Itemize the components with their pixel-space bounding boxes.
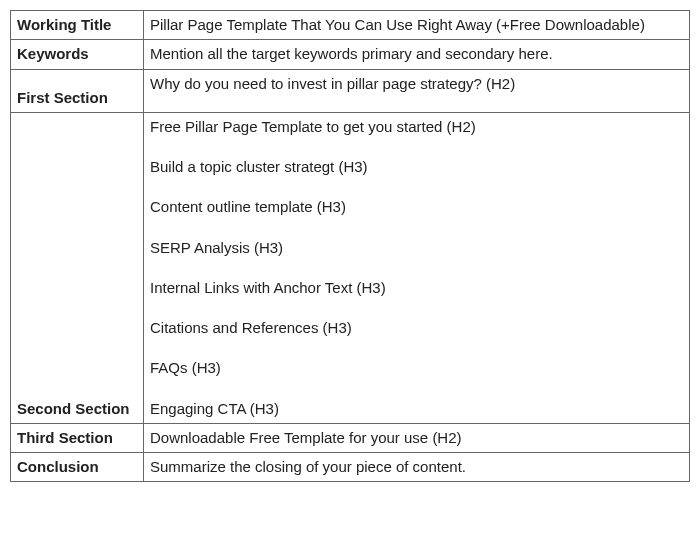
row-content: Mention all the target keywords primary …: [144, 40, 690, 69]
table-row: First Section Why do you need to invest …: [11, 69, 690, 112]
row-label: First Section: [11, 69, 144, 112]
row-content: Why do you need to invest in pillar page…: [144, 69, 690, 112]
row-label: Working Title: [11, 11, 144, 40]
row-content: Free Pillar Page Template to get you sta…: [144, 112, 690, 423]
table-row: Keywords Mention all the target keywords…: [11, 40, 690, 69]
table-row: Second Section Free Pillar Page Template…: [11, 112, 690, 423]
content-line: FAQs (H3): [150, 358, 683, 378]
content-line: Citations and References (H3): [150, 318, 683, 338]
table-row: Working Title Pillar Page Template That …: [11, 11, 690, 40]
table-row: Conclusion Summarize the closing of your…: [11, 453, 690, 482]
content-line: Build a topic cluster strategt (H3): [150, 157, 683, 177]
row-label: Keywords: [11, 40, 144, 69]
content-line: Engaging CTA (H3): [150, 399, 683, 419]
row-label: Third Section: [11, 423, 144, 452]
row-content: Summarize the closing of your piece of c…: [144, 453, 690, 482]
outline-table: Working Title Pillar Page Template That …: [10, 10, 690, 482]
table-row: Third Section Downloadable Free Template…: [11, 423, 690, 452]
content-line: Internal Links with Anchor Text (H3): [150, 278, 683, 298]
row-label: Conclusion: [11, 453, 144, 482]
content-line: Free Pillar Page Template to get you sta…: [150, 117, 683, 137]
row-content: Pillar Page Template That You Can Use Ri…: [144, 11, 690, 40]
row-label: Second Section: [11, 112, 144, 423]
content-line: Why do you need to invest in pillar page…: [150, 74, 683, 94]
content-line: Content outline template (H3): [150, 197, 683, 217]
content-line: SERP Analysis (H3): [150, 238, 683, 258]
row-content: Downloadable Free Template for your use …: [144, 423, 690, 452]
